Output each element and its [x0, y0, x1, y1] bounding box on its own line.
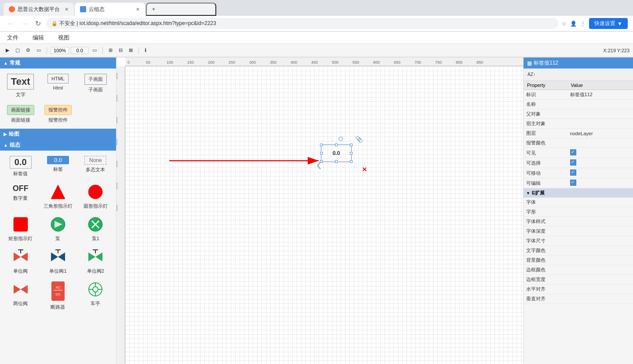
checkbox-visible[interactable] [570, 149, 576, 155]
tab2-close[interactable]: ✕ [136, 7, 140, 12]
prop-val-layer[interactable]: nodeLayer [568, 129, 633, 138]
prop-val-name[interactable] [568, 100, 633, 109]
delete-handle[interactable]: ✕ [362, 166, 367, 173]
refresh-button[interactable]: ↻ [33, 19, 43, 28]
checkbox-selectable[interactable] [570, 159, 576, 166]
component-pump1[interactable]: 泵1 [79, 215, 113, 244]
zoom-fit-btn[interactable]: ▭ [90, 46, 99, 54]
section-state-header[interactable]: ▲ 组态 [0, 140, 116, 151]
component-triangle-light[interactable]: 三角形指示灯 [41, 182, 75, 211]
quick-settings-label: 快速设置 [594, 20, 615, 27]
prop-val-host[interactable] [568, 119, 633, 129]
menu-edit[interactable]: 编辑 [29, 32, 47, 43]
prop-val-border-color[interactable] [568, 265, 633, 275]
handle-br[interactable] [350, 160, 353, 163]
url-box[interactable]: 🔒 不安全 | iot.idosp.net/html/scada/editor.… [46, 18, 558, 29]
info-btn[interactable]: ℹ [142, 46, 149, 54]
text-label: 文字 [16, 91, 25, 98]
user-icon[interactable]: 👤 [570, 21, 577, 27]
align-btn1[interactable]: ⊞ [106, 46, 115, 54]
section-drawing-arrow: ▶ [4, 132, 7, 137]
prop-val-parent[interactable] [568, 109, 633, 119]
prop-val-h-align[interactable] [568, 285, 633, 294]
prop-val-movable[interactable] [568, 168, 633, 178]
handle-tl[interactable] [320, 144, 323, 146]
component-circle-light[interactable]: 圆形指示灯 [79, 182, 113, 211]
svg-text:100: 100 [116, 73, 118, 79]
menu-bar: 文件 编辑 视图 [0, 32, 633, 44]
svg-text:200: 200 [208, 60, 215, 65]
layout-tool[interactable]: ▭ [34, 46, 43, 54]
handle-tm[interactable] [335, 144, 338, 146]
normal-components: Text 文字 HTML Html 子画面 子画面 画面链接 画面链接 报警控件… [0, 68, 116, 129]
prop-val-text-color[interactable] [568, 246, 633, 256]
component-text[interactable]: Text 文字 [4, 72, 37, 100]
handle-tr[interactable] [350, 144, 353, 146]
svg-text:150: 150 [187, 60, 194, 65]
prop-val-alarm-color[interactable] [568, 138, 633, 148]
prop-val-editable[interactable] [568, 178, 633, 188]
handle-mr[interactable] [350, 152, 353, 155]
component-label-tag2[interactable]: 0.0 标签 [41, 154, 75, 179]
prop-val-identifier[interactable]: 标签值112 [568, 90, 633, 100]
prop-val-visible[interactable] [568, 148, 633, 158]
component-two-valve[interactable]: 两位阀 [4, 280, 37, 312]
align-btn3[interactable]: ⊠ [127, 46, 135, 54]
expand-section[interactable]: ▼ E扩展 [524, 188, 633, 198]
svg-text:DC: DC [55, 292, 61, 296]
tab1-close[interactable]: ✕ [65, 7, 69, 12]
prop-val-font-size[interactable] [568, 236, 633, 246]
component-screen-link[interactable]: 画面链接 画面链接 [4, 103, 37, 125]
component-label-tag[interactable]: 0.0 标签值 [4, 154, 37, 179]
section-normal-header[interactable]: ▲ 常规 [0, 58, 116, 68]
prop-val-font-style2[interactable] [568, 217, 633, 227]
prop-val-v-align[interactable] [568, 294, 633, 304]
forward-button[interactable]: → [19, 20, 30, 28]
prop-val-bg-color[interactable] [568, 256, 633, 265]
tab-2[interactable]: 云组态 ✕ [75, 3, 145, 16]
component-subscreen[interactable]: 子画面 子画面 [79, 72, 113, 100]
checkbox-editable[interactable] [570, 180, 576, 186]
select-tool[interactable]: ▶ [4, 46, 11, 54]
handle-bm[interactable] [335, 160, 338, 163]
prop-key-name: 名称 [524, 100, 568, 109]
component-html[interactable]: HTML Html [41, 72, 75, 100]
prop-val-font-weight[interactable] [568, 227, 633, 236]
prop-val-font[interactable] [568, 198, 633, 207]
sort-az-btn[interactable]: AZ↑ [525, 71, 538, 78]
prop-val-font-style[interactable] [568, 207, 633, 217]
prop-val-border-width[interactable] [568, 275, 633, 285]
component-single-valve1[interactable]: 单位阀1 [41, 247, 75, 276]
component-pump[interactable]: 泵 [41, 215, 75, 244]
component-rect-light[interactable]: 矩形指示灯 [4, 215, 37, 244]
checkbox-movable[interactable] [570, 169, 576, 176]
quick-settings[interactable]: 快速设置 ▼ [589, 18, 628, 29]
rotate-handle[interactable] [338, 137, 343, 141]
handle-ml[interactable] [320, 152, 323, 155]
tab-1[interactable]: 思普云大数据平台 ✕ [4, 3, 74, 16]
component-number[interactable]: OFF 数字量 [4, 182, 37, 211]
component-single-valve[interactable]: 单位阀 [4, 247, 37, 276]
component-alarm[interactable]: 报警控件 报警控件 [41, 103, 75, 125]
prop-val-selectable[interactable] [568, 158, 633, 168]
menu-file[interactable]: 文件 [4, 32, 22, 43]
prop-key-identifier: 标识 [524, 90, 568, 100]
component-single-valve2[interactable]: 单位阀2 [79, 247, 113, 276]
new-tab-button[interactable]: + [146, 3, 216, 16]
menu-view[interactable]: 视图 [55, 32, 73, 43]
prop-key-host: 宿主对象 [524, 119, 568, 129]
settings-tool[interactable]: ⚙ [24, 46, 33, 54]
back-button[interactable]: ← [5, 20, 16, 28]
section-drawing-header[interactable]: ▶ 绘图 [0, 129, 116, 140]
address-bar: ← → ↻ 🔒 不安全 | iot.idosp.net/html/scada/e… [0, 16, 633, 32]
pump-shape [50, 216, 66, 234]
menu-dots-icon[interactable]: ⋮ [580, 21, 586, 27]
align-btn2[interactable]: ⊟ [116, 46, 125, 54]
component-multitext[interactable]: None 多态文本 [79, 154, 113, 179]
alarm-shape: 报警控件 [44, 105, 72, 115]
screenshot-tool[interactable]: ▢ [13, 46, 22, 54]
component-car-hand[interactable]: 车手 [79, 280, 113, 312]
bookmark-icon[interactable]: ☆ [562, 21, 567, 27]
component-breaker[interactable]: AC DC 断路器 [41, 280, 75, 312]
svg-text:50: 50 [146, 60, 150, 65]
